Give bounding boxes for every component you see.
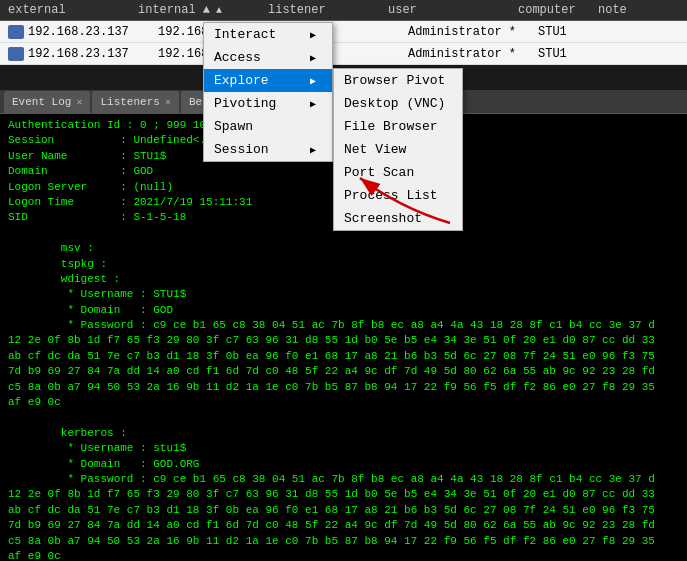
terminal-line: kerberos :	[8, 426, 679, 441]
col-header-external: external	[8, 3, 138, 17]
col-header-note: note	[598, 3, 679, 17]
cell-user: Administrator *	[408, 25, 538, 39]
menu-item-session-label: Session	[214, 142, 269, 157]
submenu-item-file-browser[interactable]: File Browser	[334, 115, 462, 138]
terminal-line: * Domain : GOD	[8, 303, 679, 318]
menu-item-interact-arrow: ▶	[310, 29, 316, 41]
table-row[interactable]: 192.168.23.137 192.168.23.... Administra…	[0, 43, 687, 65]
cell-external: 192.168.23.137	[28, 25, 158, 39]
terminal-line: * Username : stu1$	[8, 441, 679, 456]
terminal-line: * Password : c9 ce b1 65 c8 38 04 51 ac …	[8, 472, 679, 487]
terminal-line: * Username : STU1$	[8, 287, 679, 302]
tab-listeners-close[interactable]: ✕	[165, 96, 171, 108]
menu-item-explore[interactable]: Explore ▶	[204, 69, 332, 92]
cell-computer: STU1	[538, 47, 618, 61]
cell-computer: STU1	[538, 25, 618, 39]
terminal-line: ab cf dc da 51 7e c7 b3 d1 18 3f 0b ea 9…	[8, 503, 679, 518]
menu-item-explore-arrow: ▶	[310, 75, 316, 87]
menu-item-spawn-label: Spawn	[214, 119, 253, 134]
row-icon	[8, 47, 24, 61]
tab-event-log[interactable]: Event Log ✕	[4, 91, 90, 113]
terminal-line: af e9 0c	[8, 395, 679, 410]
tab-listeners[interactable]: Listeners ✕	[92, 91, 178, 113]
terminal-line: * Password : c9 ce b1 65 c8 38 04 51 ac …	[8, 318, 679, 333]
tab-be-label: Be	[189, 96, 202, 108]
tab-event-log-label: Event Log	[12, 96, 71, 108]
col-header-listener: listener	[268, 3, 388, 17]
menu-item-access-arrow: ▶	[310, 52, 316, 64]
submenu-item-net-view[interactable]: Net View	[334, 138, 462, 161]
terminal-line	[8, 410, 679, 425]
menu-item-access-label: Access	[214, 50, 261, 65]
tab-event-log-close[interactable]: ✕	[76, 96, 82, 108]
menu-item-pivoting-label: Pivoting	[214, 96, 276, 111]
submenu-item-browser-pivot[interactable]: Browser Pivot	[334, 69, 462, 92]
submenu-item-desktop-vnc[interactable]: Desktop (VNC)	[334, 92, 462, 115]
col-header-internal[interactable]: internal ▲	[138, 3, 268, 17]
submenu-item-port-scan[interactable]: Port Scan	[334, 161, 462, 184]
cell-user: Administrator *	[408, 47, 538, 61]
menu-item-explore-label: Explore	[214, 73, 269, 88]
context-menu: Interact ▶ Access ▶ Explore ▶ Pivoting ▶…	[203, 22, 333, 162]
menu-item-pivoting[interactable]: Pivoting ▶	[204, 92, 332, 115]
submenu-item-screenshot[interactable]: Screenshot	[334, 207, 462, 230]
menu-item-session[interactable]: Session ▶	[204, 138, 332, 161]
terminal-line: tspkg :	[8, 257, 679, 272]
menu-item-session-arrow: ▶	[310, 144, 316, 156]
table-row[interactable]: 192.168.23.137 192.168.23.1... http l Ad…	[0, 21, 687, 43]
terminal-line: ab cf dc da 51 7e c7 b3 d1 18 3f 0b ea 9…	[8, 349, 679, 364]
tab-listeners-label: Listeners	[100, 96, 159, 108]
terminal-line: c5 8a 0b a7 94 50 53 2a 16 9b 11 d2 1a 1…	[8, 534, 679, 549]
terminal-line: * Domain : GOD.ORG	[8, 457, 679, 472]
menu-item-spawn[interactable]: Spawn	[204, 115, 332, 138]
submenu-explore: Browser Pivot Desktop (VNC) File Browser…	[333, 68, 463, 231]
menu-item-interact-label: Interact	[214, 27, 276, 42]
row-icon	[8, 25, 24, 39]
table-header: external internal ▲ listener user comput…	[0, 0, 687, 21]
terminal-line: c5 8a 0b a7 94 50 53 2a 16 9b 11 d2 1a 1…	[8, 380, 679, 395]
col-header-computer: computer	[518, 3, 598, 17]
terminal-line: af e9 0c	[8, 549, 679, 561]
menu-item-interact[interactable]: Interact ▶	[204, 23, 332, 46]
menu-item-access[interactable]: Access ▶	[204, 46, 332, 69]
cell-external: 192.168.23.137	[28, 47, 158, 61]
terminal-line: 7d b9 69 27 84 7a dd 14 a0 cd f1 6d 7d c…	[8, 518, 679, 533]
submenu-item-process-list[interactable]: Process List	[334, 184, 462, 207]
table-body: 192.168.23.137 192.168.23.1... http l Ad…	[0, 21, 687, 65]
terminal-line: 7d b9 69 27 84 7a dd 14 a0 cd f1 6d 7d c…	[8, 364, 679, 379]
col-header-user: user	[388, 3, 518, 17]
terminal-line: 12 2e 0f 8b 1d f7 65 f3 29 80 3f c7 63 9…	[8, 333, 679, 348]
menu-item-pivoting-arrow: ▶	[310, 98, 316, 110]
terminal-line: 12 2e 0f 8b 1d f7 65 f3 29 80 3f c7 63 9…	[8, 487, 679, 502]
terminal-line: wdigest :	[8, 272, 679, 287]
terminal-line: msv :	[8, 241, 679, 256]
